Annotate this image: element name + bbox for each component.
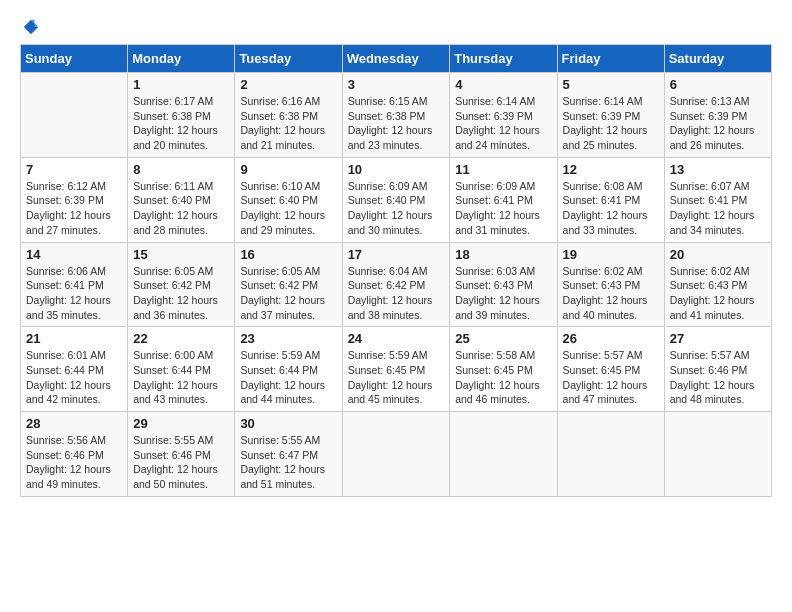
day-number: 14: [26, 247, 122, 262]
calendar-cell: 26Sunrise: 5:57 AM Sunset: 6:45 PM Dayli…: [557, 327, 664, 412]
cell-content: Sunrise: 6:15 AM Sunset: 6:38 PM Dayligh…: [348, 94, 445, 153]
calendar-cell: 22Sunrise: 6:00 AM Sunset: 6:44 PM Dayli…: [128, 327, 235, 412]
day-number: 4: [455, 77, 551, 92]
cell-content: Sunrise: 5:55 AM Sunset: 6:46 PM Dayligh…: [133, 433, 229, 492]
calendar-cell: 21Sunrise: 6:01 AM Sunset: 6:44 PM Dayli…: [21, 327, 128, 412]
cell-content: Sunrise: 5:58 AM Sunset: 6:45 PM Dayligh…: [455, 348, 551, 407]
day-number: 17: [348, 247, 445, 262]
calendar-day-header: Wednesday: [342, 45, 450, 73]
calendar-cell: 10Sunrise: 6:09 AM Sunset: 6:40 PM Dayli…: [342, 157, 450, 242]
cell-content: Sunrise: 6:04 AM Sunset: 6:42 PM Dayligh…: [348, 264, 445, 323]
cell-content: Sunrise: 6:09 AM Sunset: 6:41 PM Dayligh…: [455, 179, 551, 238]
day-number: 24: [348, 331, 445, 346]
day-number: 23: [240, 331, 336, 346]
day-number: 12: [563, 162, 659, 177]
calendar-cell: [450, 412, 557, 497]
calendar-day-header: Saturday: [664, 45, 771, 73]
day-number: 19: [563, 247, 659, 262]
day-number: 2: [240, 77, 336, 92]
cell-content: Sunrise: 6:05 AM Sunset: 6:42 PM Dayligh…: [133, 264, 229, 323]
cell-content: Sunrise: 5:57 AM Sunset: 6:45 PM Dayligh…: [563, 348, 659, 407]
calendar-cell: 11Sunrise: 6:09 AM Sunset: 6:41 PM Dayli…: [450, 157, 557, 242]
page-header: [20, 20, 772, 34]
day-number: 15: [133, 247, 229, 262]
day-number: 3: [348, 77, 445, 92]
day-number: 25: [455, 331, 551, 346]
day-number: 7: [26, 162, 122, 177]
calendar-cell: 4Sunrise: 6:14 AM Sunset: 6:39 PM Daylig…: [450, 73, 557, 158]
calendar-cell: 20Sunrise: 6:02 AM Sunset: 6:43 PM Dayli…: [664, 242, 771, 327]
calendar-week-row: 14Sunrise: 6:06 AM Sunset: 6:41 PM Dayli…: [21, 242, 772, 327]
cell-content: Sunrise: 6:11 AM Sunset: 6:40 PM Dayligh…: [133, 179, 229, 238]
calendar-day-header: Friday: [557, 45, 664, 73]
cell-content: Sunrise: 6:09 AM Sunset: 6:40 PM Dayligh…: [348, 179, 445, 238]
cell-content: Sunrise: 6:01 AM Sunset: 6:44 PM Dayligh…: [26, 348, 122, 407]
calendar-week-row: 1Sunrise: 6:17 AM Sunset: 6:38 PM Daylig…: [21, 73, 772, 158]
cell-content: Sunrise: 6:03 AM Sunset: 6:43 PM Dayligh…: [455, 264, 551, 323]
cell-content: Sunrise: 6:07 AM Sunset: 6:41 PM Dayligh…: [670, 179, 766, 238]
calendar-cell: 19Sunrise: 6:02 AM Sunset: 6:43 PM Dayli…: [557, 242, 664, 327]
calendar-week-row: 28Sunrise: 5:56 AM Sunset: 6:46 PM Dayli…: [21, 412, 772, 497]
calendar-cell: 5Sunrise: 6:14 AM Sunset: 6:39 PM Daylig…: [557, 73, 664, 158]
calendar-cell: 16Sunrise: 6:05 AM Sunset: 6:42 PM Dayli…: [235, 242, 342, 327]
day-number: 5: [563, 77, 659, 92]
calendar-day-header: Thursday: [450, 45, 557, 73]
cell-content: Sunrise: 5:55 AM Sunset: 6:47 PM Dayligh…: [240, 433, 336, 492]
cell-content: Sunrise: 5:57 AM Sunset: 6:46 PM Dayligh…: [670, 348, 766, 407]
day-number: 16: [240, 247, 336, 262]
logo-icon: [22, 18, 40, 36]
calendar-cell: 15Sunrise: 6:05 AM Sunset: 6:42 PM Dayli…: [128, 242, 235, 327]
calendar-day-header: Tuesday: [235, 45, 342, 73]
cell-content: Sunrise: 5:56 AM Sunset: 6:46 PM Dayligh…: [26, 433, 122, 492]
cell-content: Sunrise: 6:02 AM Sunset: 6:43 PM Dayligh…: [563, 264, 659, 323]
calendar-cell: 13Sunrise: 6:07 AM Sunset: 6:41 PM Dayli…: [664, 157, 771, 242]
cell-content: Sunrise: 6:14 AM Sunset: 6:39 PM Dayligh…: [455, 94, 551, 153]
calendar-cell: 8Sunrise: 6:11 AM Sunset: 6:40 PM Daylig…: [128, 157, 235, 242]
cell-content: Sunrise: 5:59 AM Sunset: 6:44 PM Dayligh…: [240, 348, 336, 407]
calendar-cell: 14Sunrise: 6:06 AM Sunset: 6:41 PM Dayli…: [21, 242, 128, 327]
calendar-cell: 25Sunrise: 5:58 AM Sunset: 6:45 PM Dayli…: [450, 327, 557, 412]
calendar-cell: 27Sunrise: 5:57 AM Sunset: 6:46 PM Dayli…: [664, 327, 771, 412]
calendar-cell: 12Sunrise: 6:08 AM Sunset: 6:41 PM Dayli…: [557, 157, 664, 242]
calendar-cell: 23Sunrise: 5:59 AM Sunset: 6:44 PM Dayli…: [235, 327, 342, 412]
cell-content: Sunrise: 6:16 AM Sunset: 6:38 PM Dayligh…: [240, 94, 336, 153]
calendar-week-row: 21Sunrise: 6:01 AM Sunset: 6:44 PM Dayli…: [21, 327, 772, 412]
day-number: 26: [563, 331, 659, 346]
calendar-cell: 18Sunrise: 6:03 AM Sunset: 6:43 PM Dayli…: [450, 242, 557, 327]
calendar-day-header: Monday: [128, 45, 235, 73]
cell-content: Sunrise: 6:06 AM Sunset: 6:41 PM Dayligh…: [26, 264, 122, 323]
calendar-week-row: 7Sunrise: 6:12 AM Sunset: 6:39 PM Daylig…: [21, 157, 772, 242]
cell-content: Sunrise: 5:59 AM Sunset: 6:45 PM Dayligh…: [348, 348, 445, 407]
calendar-header-row: SundayMondayTuesdayWednesdayThursdayFrid…: [21, 45, 772, 73]
day-number: 1: [133, 77, 229, 92]
calendar-day-header: Sunday: [21, 45, 128, 73]
calendar-cell: 29Sunrise: 5:55 AM Sunset: 6:46 PM Dayli…: [128, 412, 235, 497]
cell-content: Sunrise: 6:12 AM Sunset: 6:39 PM Dayligh…: [26, 179, 122, 238]
day-number: 8: [133, 162, 229, 177]
day-number: 30: [240, 416, 336, 431]
cell-content: Sunrise: 6:00 AM Sunset: 6:44 PM Dayligh…: [133, 348, 229, 407]
calendar-cell: [342, 412, 450, 497]
day-number: 20: [670, 247, 766, 262]
day-number: 11: [455, 162, 551, 177]
calendar-cell: [664, 412, 771, 497]
cell-content: Sunrise: 6:17 AM Sunset: 6:38 PM Dayligh…: [133, 94, 229, 153]
cell-content: Sunrise: 6:14 AM Sunset: 6:39 PM Dayligh…: [563, 94, 659, 153]
calendar-cell: 17Sunrise: 6:04 AM Sunset: 6:42 PM Dayli…: [342, 242, 450, 327]
day-number: 10: [348, 162, 445, 177]
day-number: 21: [26, 331, 122, 346]
day-number: 28: [26, 416, 122, 431]
day-number: 9: [240, 162, 336, 177]
day-number: 6: [670, 77, 766, 92]
calendar-cell: 30Sunrise: 5:55 AM Sunset: 6:47 PM Dayli…: [235, 412, 342, 497]
calendar-table: SundayMondayTuesdayWednesdayThursdayFrid…: [20, 44, 772, 497]
day-number: 22: [133, 331, 229, 346]
cell-content: Sunrise: 6:08 AM Sunset: 6:41 PM Dayligh…: [563, 179, 659, 238]
cell-content: Sunrise: 6:02 AM Sunset: 6:43 PM Dayligh…: [670, 264, 766, 323]
calendar-cell: 3Sunrise: 6:15 AM Sunset: 6:38 PM Daylig…: [342, 73, 450, 158]
cell-content: Sunrise: 6:13 AM Sunset: 6:39 PM Dayligh…: [670, 94, 766, 153]
day-number: 29: [133, 416, 229, 431]
calendar-cell: 7Sunrise: 6:12 AM Sunset: 6:39 PM Daylig…: [21, 157, 128, 242]
logo: [20, 20, 40, 34]
calendar-cell: 24Sunrise: 5:59 AM Sunset: 6:45 PM Dayli…: [342, 327, 450, 412]
